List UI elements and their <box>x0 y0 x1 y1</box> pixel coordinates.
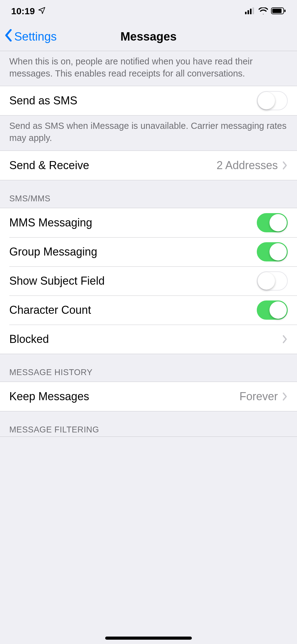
status-bar: 10:19 <box>0 0 297 22</box>
mms-messaging-label: MMS Messaging <box>9 216 257 229</box>
nav-bar: Settings Messages <box>0 22 297 51</box>
chevron-right-icon <box>282 161 288 170</box>
blocked-row[interactable]: Blocked <box>0 325 297 354</box>
show-subject-toggle[interactable] <box>257 271 288 291</box>
chevron-right-icon <box>282 335 288 344</box>
blocked-label: Blocked <box>9 333 282 346</box>
wifi-icon <box>259 6 268 16</box>
send-sms-footer: Send as SMS when iMessage is unavailable… <box>0 116 297 150</box>
mms-messaging-row: MMS Messaging <box>0 208 297 237</box>
battery-icon <box>271 6 286 16</box>
cellular-icon <box>245 6 256 16</box>
show-subject-label: Show Subject Field <box>9 274 257 287</box>
svg-rect-0 <box>245 12 247 14</box>
send-as-sms-toggle[interactable] <box>257 91 288 110</box>
svg-rect-1 <box>248 10 249 14</box>
home-indicator[interactable] <box>105 637 192 640</box>
message-history-header: MESSAGE HISTORY <box>0 354 297 382</box>
group-messaging-row: Group Messaging <box>0 237 297 266</box>
send-receive-detail: 2 Addresses <box>217 159 278 172</box>
group-messaging-toggle[interactable] <box>257 242 288 261</box>
send-receive-label: Send & Receive <box>9 159 217 172</box>
message-filtering-header: MESSAGE FILTERING <box>0 411 297 436</box>
keep-messages-detail: Forever <box>239 390 278 403</box>
character-count-label: Character Count <box>9 304 257 317</box>
send-sms-group: Send as SMS <box>0 86 297 116</box>
message-history-group: Keep Messages Forever <box>0 382 297 411</box>
send-as-sms-row: Send as SMS <box>0 86 297 115</box>
show-subject-row: Show Subject Field <box>0 266 297 296</box>
keep-messages-label: Keep Messages <box>9 390 239 403</box>
status-time: 10:19 <box>11 6 35 16</box>
send-receive-row[interactable]: Send & Receive 2 Addresses <box>0 151 297 180</box>
send-as-sms-label: Send as SMS <box>9 94 257 107</box>
svg-rect-5 <box>272 9 282 13</box>
character-count-toggle[interactable] <box>257 300 288 320</box>
chevron-right-icon <box>282 392 288 401</box>
svg-rect-6 <box>284 10 286 12</box>
location-icon <box>38 6 45 16</box>
group-messaging-label: Group Messaging <box>9 245 257 258</box>
read-receipts-footer: When this is on, people are notified whe… <box>0 51 297 86</box>
mms-messaging-toggle[interactable] <box>257 213 288 232</box>
svg-rect-3 <box>252 7 254 14</box>
svg-rect-2 <box>250 9 252 14</box>
keep-messages-row[interactable]: Keep Messages Forever <box>0 382 297 411</box>
sms-mms-header: SMS/MMS <box>0 180 297 208</box>
character-count-row: Character Count <box>0 296 297 325</box>
send-receive-group: Send & Receive 2 Addresses <box>0 151 297 180</box>
page-title: Messages <box>0 30 297 43</box>
sms-mms-group: MMS Messaging Group Messaging Show Subje… <box>0 208 297 354</box>
